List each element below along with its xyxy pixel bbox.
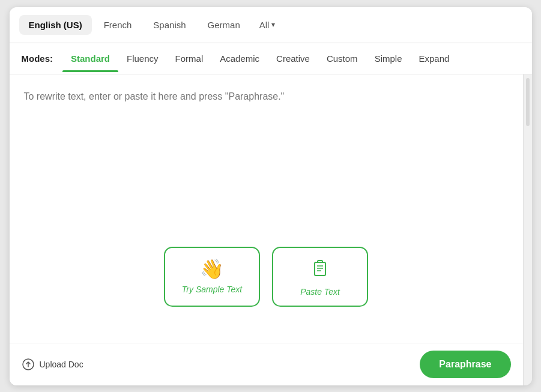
upload-doc-button[interactable]: Upload Doc <box>22 358 83 371</box>
action-buttons: 👋 Try Sample Text Paste Text <box>10 223 523 343</box>
editor-textarea[interactable] <box>10 74 523 223</box>
chevron-down-icon: ▾ <box>271 20 275 29</box>
mode-tab-simple[interactable]: Simple <box>366 45 411 72</box>
right-scrollbar-panel <box>524 74 532 385</box>
app-container: English (US) French Spanish German All ▾… <box>10 7 532 385</box>
clipboard-icon <box>309 256 331 281</box>
language-tabs: English (US) French Spanish German All ▾ <box>10 7 532 43</box>
svg-rect-0 <box>315 262 325 276</box>
mode-tab-academic[interactable]: Academic <box>211 45 268 72</box>
all-languages-dropdown[interactable]: All ▾ <box>252 15 283 35</box>
mode-tab-creative[interactable]: Creative <box>268 45 318 72</box>
try-sample-text-label: Try Sample Text <box>182 285 242 294</box>
lang-tab-german[interactable]: German <box>198 15 250 35</box>
lang-tab-french[interactable]: French <box>94 15 142 35</box>
wave-icon: 👋 <box>200 259 224 279</box>
paraphrase-button[interactable]: Paraphrase <box>420 351 510 378</box>
paste-text-label: Paste Text <box>300 287 340 297</box>
main-area: 👋 Try Sample Text Paste Text <box>10 74 532 385</box>
try-sample-text-button[interactable]: 👋 Try Sample Text <box>164 247 260 307</box>
upload-icon <box>22 358 35 371</box>
mode-tab-formal[interactable]: Formal <box>167 45 212 72</box>
mode-tab-expand[interactable]: Expand <box>410 45 458 72</box>
all-label: All <box>259 20 270 30</box>
mode-tab-fluency[interactable]: Fluency <box>118 45 167 72</box>
mode-tab-custom[interactable]: Custom <box>318 45 366 72</box>
editor-panel: 👋 Try Sample Text Paste Text <box>10 74 524 385</box>
paste-text-button[interactable]: Paste Text <box>272 247 368 307</box>
modes-label: Modes: <box>22 53 53 64</box>
lang-tab-english[interactable]: English (US) <box>19 15 92 35</box>
editor-footer: Upload Doc Paraphrase <box>10 343 523 385</box>
upload-doc-label: Upload Doc <box>40 360 83 369</box>
mode-tab-standard[interactable]: Standard <box>62 45 118 72</box>
scrollbar-track[interactable] <box>526 78 530 126</box>
modes-bar: Modes: Standard Fluency Formal Academic … <box>10 43 532 74</box>
lang-tab-spanish[interactable]: Spanish <box>144 15 195 35</box>
